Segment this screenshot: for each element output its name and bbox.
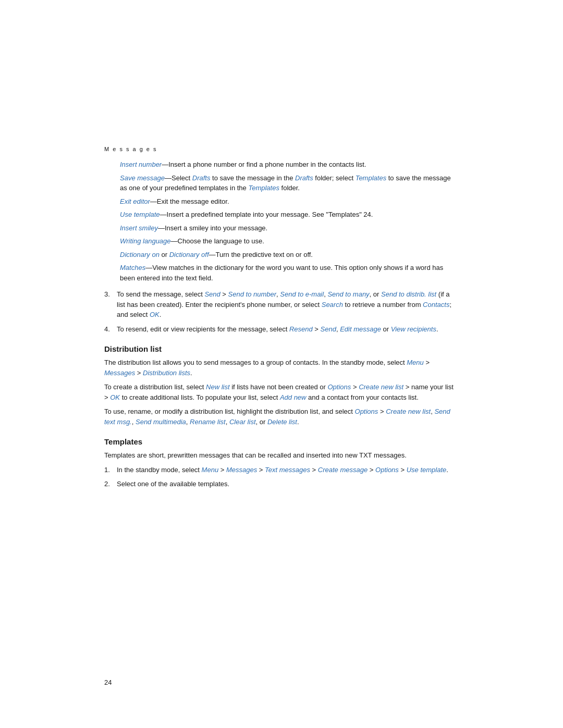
text-writing-language: —Choose the language to use.	[171, 237, 264, 245]
link-create-message-template[interactable]: Create message	[318, 466, 368, 474]
distribution-list-heading: Distribution list	[104, 344, 459, 353]
text-template-5: >	[368, 466, 375, 474]
text-dictionary: —Turn the predictive text on or off.	[209, 251, 313, 258]
link-menu-distrib[interactable]: Menu	[407, 359, 424, 366]
link-drafts-1[interactable]: Drafts	[192, 174, 211, 182]
templates-text-2: Select one of the available templates.	[117, 479, 229, 489]
templates-list: 1. In the standby mode, select Menu > Me…	[104, 465, 459, 489]
text-template-6: >	[399, 466, 407, 474]
text-send-7: to retrieve a number from	[343, 301, 423, 309]
bullet-items-block: Insert number—Insert a phone number or f…	[104, 159, 459, 283]
text-insert-number: —Insert a phone number or find a phone n…	[162, 161, 366, 168]
link-new-list[interactable]: New list	[206, 383, 230, 391]
list-item-4: 4. To resend, edit or view recipients fo…	[104, 324, 459, 335]
list-num-3: 3.	[104, 289, 114, 320]
bullet-insert-smiley: Insert smiley—Insert a smiley into your …	[120, 223, 459, 233]
list-text-4: To resend, edit or view recipients for t…	[117, 324, 438, 335]
text-use-distrib-8: .	[297, 418, 299, 426]
distribution-list-para3: To use, rename, or modify a distribution…	[104, 406, 459, 427]
link-edit-message[interactable]: Edit message	[340, 325, 381, 333]
link-create-new-list1[interactable]: Create new list	[359, 383, 403, 391]
text-template-3: >	[257, 466, 265, 474]
link-matches[interactable]: Matches	[120, 264, 145, 272]
link-save-message[interactable]: Save message	[120, 174, 165, 182]
text-resend-5: .	[436, 325, 438, 333]
text-insert-smiley: —Insert a smiley into your message.	[158, 224, 267, 232]
text-resend-4: or	[381, 325, 391, 333]
link-resend-send[interactable]: Send	[321, 325, 336, 333]
link-send-to-number[interactable]: Send to number	[228, 290, 277, 298]
text-send-1: To send the message, select	[117, 290, 204, 298]
templates-num-2: 2.	[104, 479, 114, 489]
templates-heading: Templates	[104, 437, 459, 446]
link-distribution-lists[interactable]: Distribution lists	[143, 369, 190, 377]
templates-section: Templates Templates are short, prewritte…	[104, 437, 459, 489]
text-template-2: >	[218, 466, 226, 474]
section-label: M e s s a g e s	[104, 146, 459, 152]
bullet-save-message: Save message—Select Drafts to save the m…	[120, 173, 459, 193]
text-use-distrib-2: >	[378, 408, 386, 415]
link-options-template[interactable]: Options	[375, 466, 399, 474]
link-send-to-email[interactable]: Send to e-mail	[280, 290, 324, 298]
link-resend[interactable]: Resend	[289, 325, 313, 333]
text-use-distrib-7: , or	[256, 418, 267, 426]
bullet-matches: Matches—View matches in the dictionary f…	[120, 263, 459, 283]
link-ok-send[interactable]: OK	[150, 311, 160, 318]
link-add-new[interactable]: Add new	[280, 393, 307, 401]
text-use-template: —Insert a predefined template into your …	[160, 211, 373, 218]
link-templates-2[interactable]: Templates	[248, 184, 279, 192]
text-send-2: >	[221, 290, 228, 298]
link-delete-list[interactable]: Delete list	[267, 418, 297, 426]
link-send[interactable]: Send	[204, 290, 220, 298]
bullet-use-template: Use template—Insert a predefined templat…	[120, 209, 459, 220]
text-dictionary-or: or	[160, 251, 169, 258]
bullet-dictionary: Dictionary on or Dictionary off—Turn the…	[120, 250, 459, 260]
page-content: M e s s a g e s Insert number—Insert a p…	[0, 0, 563, 728]
link-insert-number[interactable]: Insert number	[120, 161, 162, 168]
distribution-list-para2: To create a distribution list, select Ne…	[104, 382, 459, 402]
link-send-to-distrib[interactable]: Send to distrib. list	[381, 290, 436, 298]
link-messages-template[interactable]: Messages	[226, 466, 257, 474]
text-use-distrib-1: To use, rename, or modify a distribution…	[104, 408, 355, 415]
text-save-message-3: folder; select	[313, 174, 356, 182]
link-create-new-list2[interactable]: Create new list	[386, 408, 431, 415]
link-exit-editor[interactable]: Exit editor	[120, 198, 150, 205]
text-create-distrib-1: To create a distribution list, select	[104, 383, 206, 391]
link-text-messages-template[interactable]: Text messages	[265, 466, 310, 474]
link-rename-list[interactable]: Rename list	[190, 418, 226, 426]
link-contacts[interactable]: Contacts	[423, 301, 449, 309]
templates-para1: Templates are short, prewritten messages…	[104, 450, 459, 461]
link-send-multimedia[interactable]: Send multimedia	[136, 418, 186, 426]
link-drafts-2[interactable]: Drafts	[295, 174, 313, 182]
link-insert-smiley[interactable]: Insert smiley	[120, 224, 158, 232]
text-create-distrib-2: if lists have not been created or	[230, 383, 328, 391]
link-send-to-many[interactable]: Send to many	[327, 290, 369, 298]
text-template-4: >	[310, 466, 318, 474]
link-dictionary-on[interactable]: Dictionary on	[120, 251, 160, 258]
templates-text-1: In the standby mode, select Menu > Messa…	[117, 465, 448, 475]
text-distrib-4: .	[190, 369, 192, 377]
text-template-1: In the standby mode, select	[117, 466, 202, 474]
link-writing-language[interactable]: Writing language	[120, 237, 171, 245]
distribution-list-para1: The distribution list allows you to send…	[104, 357, 459, 378]
templates-list-item-1: 1. In the standby mode, select Menu > Me…	[104, 465, 459, 475]
text-create-distrib-5: to create additional lists. To populate …	[120, 393, 280, 401]
link-options-distrib1[interactable]: Options	[328, 383, 351, 391]
link-dictionary-off[interactable]: Dictionary off	[169, 251, 209, 258]
text-use-distrib-5: ,	[186, 418, 190, 426]
link-options-distrib2[interactable]: Options	[355, 408, 378, 415]
numbered-list: 3. To send the message, select Send > Se…	[104, 289, 459, 334]
link-use-template[interactable]: Use template	[120, 211, 160, 218]
link-view-recipients[interactable]: View recipients	[391, 325, 436, 333]
link-messages-distrib[interactable]: Messages	[104, 369, 135, 377]
link-templates-1[interactable]: Templates	[356, 174, 387, 182]
link-ok-distrib[interactable]: OK	[110, 393, 120, 401]
text-resend-1: To resend, edit or view recipients for t…	[117, 325, 289, 333]
link-menu-template[interactable]: Menu	[202, 466, 219, 474]
text-distrib-2: >	[424, 359, 430, 366]
text-save-message-5: folder.	[279, 184, 300, 192]
link-use-template-template[interactable]: Use template	[407, 466, 447, 474]
link-clear-list[interactable]: Clear list	[229, 418, 256, 426]
text-template-7: .	[446, 466, 448, 474]
link-search[interactable]: Search	[322, 301, 343, 309]
